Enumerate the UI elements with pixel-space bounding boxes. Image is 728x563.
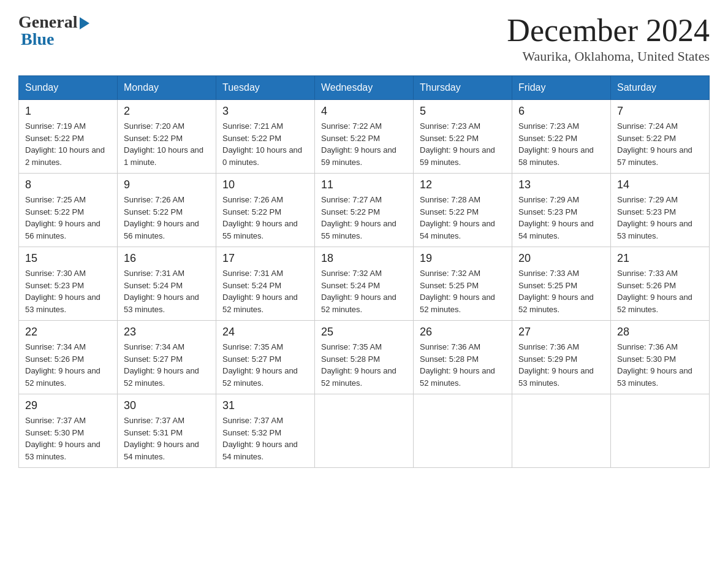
calendar-cell: 6Sunrise: 7:23 AMSunset: 5:22 PMDaylight… [512,100,611,174]
calendar-cell: 31Sunrise: 7:37 AMSunset: 5:32 PMDayligh… [216,394,315,468]
header: General Blue December 2024 Waurika, Okla… [18,12,710,64]
weekday-header-row: SundayMondayTuesdayWednesdayThursdayFrid… [19,76,710,100]
calendar-title: December 2024 [507,12,710,48]
calendar-cell: 24Sunrise: 7:35 AMSunset: 5:27 PMDayligh… [216,321,315,394]
day-info: Sunrise: 7:36 AMSunset: 5:28 PMDaylight:… [420,341,506,389]
day-number: 5 [420,105,506,118]
day-info: Sunrise: 7:23 AMSunset: 5:22 PMDaylight:… [518,120,604,168]
calendar-subtitle: Waurika, Oklahoma, United States [507,48,710,64]
day-number: 3 [222,105,308,118]
day-info: Sunrise: 7:22 AMSunset: 5:22 PMDaylight:… [321,120,407,168]
calendar-cell: 26Sunrise: 7:36 AMSunset: 5:28 PMDayligh… [414,321,512,394]
day-number: 11 [321,178,407,191]
day-number: 26 [420,326,506,339]
title-area: December 2024 Waurika, Oklahoma, United … [507,12,710,64]
weekday-header-tuesday: Tuesday [216,76,315,100]
day-info: Sunrise: 7:35 AMSunset: 5:27 PMDaylight:… [222,341,308,389]
day-number: 21 [617,252,703,265]
day-info: Sunrise: 7:26 AMSunset: 5:22 PMDaylight:… [124,194,210,242]
day-info: Sunrise: 7:20 AMSunset: 5:22 PMDaylight:… [124,120,210,168]
calendar-table: SundayMondayTuesdayWednesdayThursdayFrid… [18,75,710,468]
calendar-cell: 29Sunrise: 7:37 AMSunset: 5:30 PMDayligh… [19,394,118,468]
day-number: 20 [518,252,604,265]
day-info: Sunrise: 7:27 AMSunset: 5:22 PMDaylight:… [321,194,407,242]
day-number: 19 [420,252,506,265]
calendar-week-row: 8Sunrise: 7:25 AMSunset: 5:22 PMDaylight… [19,174,710,247]
day-info: Sunrise: 7:24 AMSunset: 5:22 PMDaylight:… [617,120,703,168]
day-number: 2 [124,105,210,118]
day-number: 17 [222,252,308,265]
calendar-cell: 13Sunrise: 7:29 AMSunset: 5:23 PMDayligh… [512,174,611,247]
calendar-cell [512,394,611,468]
day-number: 7 [617,105,703,118]
day-number: 13 [518,178,604,191]
calendar-cell: 7Sunrise: 7:24 AMSunset: 5:22 PMDaylight… [611,100,710,174]
day-info: Sunrise: 7:31 AMSunset: 5:24 PMDaylight:… [222,267,308,315]
weekday-header-thursday: Thursday [414,76,512,100]
calendar-cell: 14Sunrise: 7:29 AMSunset: 5:23 PMDayligh… [611,174,710,247]
calendar-cell: 9Sunrise: 7:26 AMSunset: 5:22 PMDaylight… [118,174,216,247]
calendar-cell: 2Sunrise: 7:20 AMSunset: 5:22 PMDaylight… [118,100,216,174]
day-number: 9 [124,178,210,191]
day-info: Sunrise: 7:34 AMSunset: 5:27 PMDaylight:… [124,341,210,389]
day-info: Sunrise: 7:19 AMSunset: 5:22 PMDaylight:… [25,120,111,168]
day-info: Sunrise: 7:28 AMSunset: 5:22 PMDaylight:… [420,194,506,242]
calendar-week-row: 1Sunrise: 7:19 AMSunset: 5:22 PMDaylight… [19,100,710,174]
day-number: 27 [518,326,604,339]
calendar-cell: 21Sunrise: 7:33 AMSunset: 5:26 PMDayligh… [611,247,710,321]
calendar-cell: 1Sunrise: 7:19 AMSunset: 5:22 PMDaylight… [19,100,118,174]
day-info: Sunrise: 7:30 AMSunset: 5:23 PMDaylight:… [25,267,111,315]
day-info: Sunrise: 7:21 AMSunset: 5:22 PMDaylight:… [222,120,308,168]
calendar-cell: 8Sunrise: 7:25 AMSunset: 5:22 PMDaylight… [19,174,118,247]
calendar-cell: 27Sunrise: 7:36 AMSunset: 5:29 PMDayligh… [512,321,611,394]
calendar-cell: 22Sunrise: 7:34 AMSunset: 5:26 PMDayligh… [19,321,118,394]
day-number: 30 [124,399,210,412]
day-number: 6 [518,105,604,118]
weekday-header-wednesday: Wednesday [315,76,414,100]
day-number: 28 [617,326,703,339]
day-number: 12 [420,178,506,191]
calendar-cell: 28Sunrise: 7:36 AMSunset: 5:30 PMDayligh… [611,321,710,394]
calendar-cell: 18Sunrise: 7:32 AMSunset: 5:24 PMDayligh… [315,247,414,321]
calendar-cell: 15Sunrise: 7:30 AMSunset: 5:23 PMDayligh… [19,247,118,321]
day-number: 29 [25,399,111,412]
weekday-header-friday: Friday [512,76,611,100]
day-info: Sunrise: 7:36 AMSunset: 5:29 PMDaylight:… [518,341,604,389]
day-number: 16 [124,252,210,265]
calendar-cell: 30Sunrise: 7:37 AMSunset: 5:31 PMDayligh… [118,394,216,468]
day-number: 10 [222,178,308,191]
day-info: Sunrise: 7:37 AMSunset: 5:32 PMDaylight:… [222,415,308,462]
calendar-cell [414,394,512,468]
day-number: 14 [617,178,703,191]
calendar-cell: 17Sunrise: 7:31 AMSunset: 5:24 PMDayligh… [216,247,315,321]
calendar-cell: 11Sunrise: 7:27 AMSunset: 5:22 PMDayligh… [315,174,414,247]
day-number: 22 [25,326,111,339]
calendar-week-row: 29Sunrise: 7:37 AMSunset: 5:30 PMDayligh… [19,394,710,468]
calendar-cell: 10Sunrise: 7:26 AMSunset: 5:22 PMDayligh… [216,174,315,247]
day-number: 8 [25,178,111,191]
day-info: Sunrise: 7:37 AMSunset: 5:30 PMDaylight:… [25,415,111,462]
day-info: Sunrise: 7:25 AMSunset: 5:22 PMDaylight:… [25,194,111,242]
day-info: Sunrise: 7:26 AMSunset: 5:22 PMDaylight:… [222,194,308,242]
logo-blue-text: Blue [21,29,54,49]
weekday-header-sunday: Sunday [19,76,118,100]
calendar-cell: 3Sunrise: 7:21 AMSunset: 5:22 PMDaylight… [216,100,315,174]
calendar-cell: 20Sunrise: 7:33 AMSunset: 5:25 PMDayligh… [512,247,611,321]
day-info: Sunrise: 7:29 AMSunset: 5:23 PMDaylight:… [617,194,703,242]
calendar-week-row: 22Sunrise: 7:34 AMSunset: 5:26 PMDayligh… [19,321,710,394]
day-info: Sunrise: 7:32 AMSunset: 5:24 PMDaylight:… [321,267,407,315]
day-number: 4 [321,105,407,118]
calendar-cell: 23Sunrise: 7:34 AMSunset: 5:27 PMDayligh… [118,321,216,394]
day-info: Sunrise: 7:34 AMSunset: 5:26 PMDaylight:… [25,341,111,389]
day-info: Sunrise: 7:32 AMSunset: 5:25 PMDaylight:… [420,267,506,315]
day-number: 25 [321,326,407,339]
calendar-week-row: 15Sunrise: 7:30 AMSunset: 5:23 PMDayligh… [19,247,710,321]
day-number: 18 [321,252,407,265]
calendar-cell: 12Sunrise: 7:28 AMSunset: 5:22 PMDayligh… [414,174,512,247]
day-number: 31 [222,399,308,412]
day-info: Sunrise: 7:33 AMSunset: 5:26 PMDaylight:… [617,267,703,315]
logo-arrow-icon [80,17,89,29]
day-info: Sunrise: 7:23 AMSunset: 5:22 PMDaylight:… [420,120,506,168]
day-number: 15 [25,252,111,265]
calendar-cell: 19Sunrise: 7:32 AMSunset: 5:25 PMDayligh… [414,247,512,321]
